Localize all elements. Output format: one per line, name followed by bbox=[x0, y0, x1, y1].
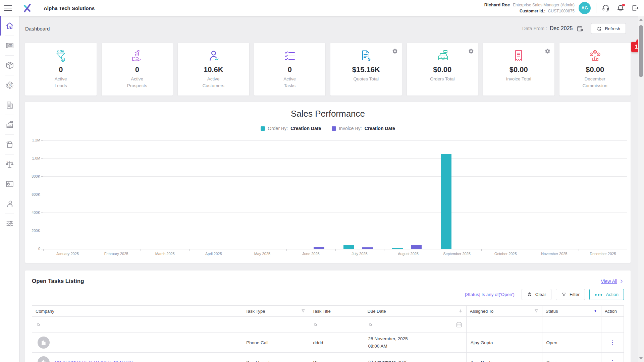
kpi-cards-row: $0ActiveLeads0ActiveProspects10.6KActive… bbox=[25, 43, 631, 96]
kpi-card-active-leads[interactable]: $0ActiveLeads bbox=[25, 43, 97, 96]
card-settings-gear-icon[interactable] bbox=[468, 48, 474, 54]
column-label: Task Title bbox=[313, 309, 361, 314]
user-info: Richard Roe Enterprise Sales Manager (Ad… bbox=[484, 2, 575, 14]
user-avatar[interactable]: AG bbox=[579, 2, 591, 14]
legend-swatch bbox=[261, 126, 265, 131]
chart-category: December 2025 bbox=[579, 140, 627, 249]
cell-assigned-to: Ajay Gupta bbox=[466, 353, 542, 362]
search-cell-due-date[interactable] bbox=[364, 317, 466, 333]
x-axis-tick bbox=[335, 249, 336, 251]
legend-item-invoice[interactable]: Invoice By:Creation Date bbox=[332, 126, 395, 131]
column-header-status[interactable]: Status bbox=[542, 306, 601, 317]
column-filter-active-icon[interactable] bbox=[593, 309, 598, 313]
row-actions-menu-icon[interactable] bbox=[609, 359, 615, 362]
support-headset-icon[interactable] bbox=[602, 4, 610, 12]
sidebar-item-settings[interactable] bbox=[0, 214, 19, 233]
search-icon[interactable] bbox=[36, 322, 41, 327]
column-header-due-date[interactable]: Due Date bbox=[364, 306, 466, 317]
sidebar-item-purchases[interactable] bbox=[0, 135, 19, 154]
sidebar-item-products[interactable] bbox=[0, 56, 19, 75]
kpi-card-quotes-total[interactable]: $$15.16KQuotes Total bbox=[330, 43, 402, 96]
cell-task-title: DFv bbox=[309, 353, 364, 362]
app-header: Alpha Tech Solutions Richard Roe Enterpr… bbox=[0, 0, 644, 16]
active-filter-chip[interactable]: [Status] Is any of('Open') bbox=[465, 292, 515, 297]
company-link[interactable]: 121 AURORA HEALTH CARE CENTRAL bbox=[54, 360, 134, 362]
data-from-value[interactable]: Dec 2025 bbox=[550, 25, 573, 32]
chart-category: August 2025 bbox=[384, 140, 433, 249]
legend-item-order[interactable]: Order By:Creation Date bbox=[261, 126, 321, 131]
company-avatar bbox=[38, 337, 50, 349]
column-header-company[interactable]: Company bbox=[32, 306, 242, 317]
calendar-settings-icon[interactable] bbox=[577, 25, 584, 32]
sidebar-item-accounts[interactable] bbox=[0, 95, 19, 115]
sidebar-item-crm[interactable]: CRM bbox=[0, 36, 19, 55]
card-settings-gear-icon[interactable] bbox=[545, 48, 550, 54]
scroll-thumb[interactable] bbox=[639, 25, 643, 77]
kpi-card-active-tasks[interactable]: 0ActiveTasks bbox=[254, 43, 326, 96]
kpi-card-active-customers[interactable]: 10.6KActiveCustomers bbox=[178, 43, 249, 96]
x-axis-label: February 2025 bbox=[92, 252, 141, 256]
x-axis-label: August 2025 bbox=[384, 252, 433, 256]
sidebar-item-add-user[interactable] bbox=[0, 194, 19, 214]
sidebar-item-orders[interactable] bbox=[0, 115, 19, 134]
x-axis-tick bbox=[579, 249, 579, 251]
search-cell-assigned-to bbox=[466, 317, 542, 333]
column-filter-icon[interactable] bbox=[534, 309, 539, 313]
cell-company bbox=[32, 333, 242, 353]
x-axis-label: December 2025 bbox=[579, 252, 627, 256]
commission-icon: $$$ bbox=[588, 48, 602, 64]
row-actions-menu-icon[interactable] bbox=[609, 340, 615, 346]
hamburger-menu-button[interactable] bbox=[0, 0, 16, 16]
search-icon[interactable] bbox=[313, 322, 318, 327]
column-header-task-title[interactable]: Task Title bbox=[309, 306, 364, 317]
column-header-action[interactable]: Action bbox=[601, 306, 624, 317]
filter-button[interactable]: Filter bbox=[556, 289, 585, 300]
x-axis-label: January 2025 bbox=[43, 252, 92, 256]
kpi-card-invoice-total[interactable]: $0.00Invoice Total bbox=[483, 43, 554, 96]
kpi-value: $0.00 bbox=[586, 65, 604, 74]
bar-order-july-2025 bbox=[343, 245, 354, 249]
clear-button[interactable]: Clear bbox=[522, 289, 551, 300]
column-header-assigned-to[interactable]: Assigned To bbox=[466, 306, 542, 317]
column-label: Action bbox=[605, 309, 620, 314]
app-logo[interactable] bbox=[16, 0, 38, 16]
kpi-card-december-commission[interactable]: $$$$0.00DecemberCommission bbox=[559, 43, 631, 96]
cell-action bbox=[601, 333, 624, 353]
search-icon[interactable] bbox=[368, 322, 373, 327]
column-header-task-type[interactable]: Task Type bbox=[242, 306, 309, 317]
scroll-down-arrow[interactable] bbox=[639, 357, 643, 360]
vertical-scrollbar[interactable] bbox=[638, 16, 644, 362]
sidebar-item-home[interactable] bbox=[0, 16, 19, 36]
notification-dot bbox=[622, 4, 625, 6]
kpi-card-orders-total[interactable]: $0.00Orders Total bbox=[407, 43, 478, 96]
view-all-link[interactable]: View All bbox=[601, 279, 624, 284]
column-filter-icon[interactable] bbox=[301, 309, 306, 313]
cell-task-type: Send Email bbox=[242, 353, 309, 362]
open-tasks-panel: Open Tasks Listing View All [Status] Is … bbox=[25, 270, 631, 362]
logout-icon[interactable] bbox=[631, 4, 639, 12]
y-axis-label: 600K bbox=[26, 192, 40, 196]
hamburger-icon bbox=[4, 4, 12, 12]
refresh-button[interactable]: Refresh bbox=[591, 23, 626, 34]
calendar-icon[interactable] bbox=[456, 321, 462, 328]
user-name: Richard Roe bbox=[484, 2, 510, 7]
x-axis-tick bbox=[481, 249, 482, 251]
sidebar-item-ledger[interactable]: DC bbox=[0, 155, 19, 174]
sort-desc-icon[interactable] bbox=[458, 309, 463, 313]
sidebar-item-pricing[interactable]: $ bbox=[0, 75, 19, 95]
sidebar-item-reports[interactable] bbox=[0, 174, 19, 194]
card-settings-gear-icon[interactable] bbox=[392, 48, 398, 54]
search-cell-action bbox=[601, 317, 624, 333]
scroll-up-arrow[interactable] bbox=[639, 18, 643, 21]
search-cell-task-title[interactable] bbox=[309, 317, 364, 333]
refresh-label: Refresh bbox=[605, 26, 620, 31]
chart-category: July 2025 bbox=[335, 140, 384, 249]
notifications-bell-icon[interactable] bbox=[616, 4, 625, 12]
sliders-icon bbox=[5, 219, 14, 228]
chart-category: November 2025 bbox=[530, 140, 579, 249]
kpi-value: 0 bbox=[135, 65, 139, 74]
kpi-card-active-prospects[interactable]: 0ActiveProspects bbox=[102, 43, 173, 96]
chevron-right-icon bbox=[619, 279, 624, 284]
action-button[interactable]: ●●● Action bbox=[589, 289, 624, 300]
search-cell-company[interactable] bbox=[32, 317, 242, 333]
